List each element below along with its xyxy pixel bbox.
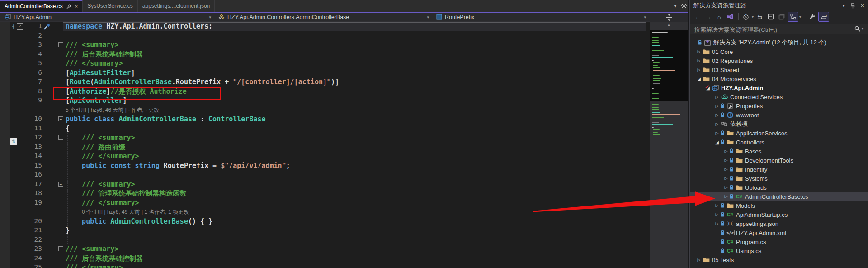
document-list-dropdown-icon[interactable]: ▾ [674,4,676,9]
pin-icon[interactable] [850,3,855,9]
chevron-collapsed-icon[interactable]: ▷ [714,95,720,99]
fold-collapse-icon[interactable]: − [58,246,63,251]
tree-item-01-core[interactable]: ▷01 Core [690,47,868,56]
code-line[interactable]: 4/// 后台系统基础控制器 [0,50,650,59]
code-line[interactable]: 22 [0,235,650,245]
chevron-collapsed-icon[interactable]: ▷ [696,58,702,63]
tree-item-admincontrollerbase-cs[interactable]: ▷C#AdminControllerBase.cs [690,192,868,201]
close-icon[interactable]: × [861,2,864,9]
tree-item-applicationservices[interactable]: ▷ApplicationServices [690,129,868,138]
minimap-viewport[interactable] [650,30,688,100]
tree-item-systems[interactable]: ▷Systems [690,174,868,183]
code-line[interactable]: 17−/// <summary> [0,180,650,189]
code-line[interactable]: 14/// </summary> [0,152,650,161]
chevron-collapsed-icon[interactable]: ▷ [696,67,702,72]
tree-item-05-tests[interactable]: ▷05 Tests [690,255,868,264]
code-line[interactable]: 3−/// <summary> [0,40,650,50]
dropdown-caret-icon[interactable]: ▾ [752,15,754,19]
codelens-row[interactable]: 0 个引用 | hzy6, 49 天前 | 1 名作者, 1 项更改 [0,207,650,217]
tree-item-bases[interactable]: ▷Bases [690,147,868,156]
tree-item-04-microservices[interactable]: ◢04 Microservices [690,74,868,83]
tree-item-wwwroot[interactable]: ▷wwwroot [690,110,868,120]
quick-actions-screwdriver-icon[interactable] [43,23,51,30]
sync-with-active-document-icon[interactable]: ⇆ [755,12,765,21]
code-line[interactable]: 10−public class AdminControllerBase : Co… [0,115,650,124]
tree-item-appsettings-json[interactable]: ▷{}appsettings.json [690,219,868,228]
codelens-row[interactable]: 5 个引用 | hzy6, 46 天前 | - 作者, - 更改 [0,105,650,115]
codelens-text[interactable]: 5 个引用 | hzy6, 46 天前 | - 作者, - 更改 [66,106,160,114]
scroll-up-arrow-icon[interactable]: ▲ [650,23,688,27]
code-line[interactable]: 16 [0,170,650,180]
chevron-collapsed-icon[interactable]: ▷ [714,203,720,208]
search-input[interactable] [693,24,844,34]
search-icon[interactable]: ▾ [854,26,863,32]
tree-item-hzy-api-admin[interactable]: ◢✓HZY.Api.Admin [690,83,868,92]
dropdown-caret-icon[interactable]: ▾ [799,15,801,19]
tree-item-02-repositories[interactable]: ▷02 Repositories [690,56,868,65]
type-dropdown[interactable]: HZY.Api.Admin.Controllers.AdminControlle… [214,13,432,22]
switch-views-icon[interactable] [725,12,735,21]
code-line[interactable]: 20public AdminControllerBase() { } [0,217,650,226]
tree-item--hzy-admin-12-12-[interactable]: 解决方案 'HZY.Admin' (12 个项目, 共 12 个) [690,38,868,47]
fold-collapse-icon[interactable]: − [58,42,63,47]
tree-item--[interactable]: ▷依赖项 [690,120,868,129]
document-tab[interactable]: SysUserService.cs [83,0,138,12]
code-editor[interactable]: 1namespace HZY.Api.Admin.Controllers;23−… [0,22,650,268]
tree-item-connected-services[interactable]: ▷Connected Services [690,92,868,101]
tree-item-apiadminstartup-cs[interactable]: ▷C#ApiAdminStartup.cs [690,210,868,219]
chevron-collapsed-icon[interactable]: ▷ [714,104,720,108]
code-line[interactable]: 18/// 管理系统基础控制器构造函数 [0,189,650,198]
chevron-collapsed-icon[interactable]: ▷ [723,158,729,163]
track-active-item-icon[interactable] [788,12,798,22]
minimap-scrollbar[interactable]: ▲ [650,22,688,268]
line-adornment-icon[interactable]: ⇅ [10,138,17,145]
pending-changes-filter-icon[interactable] [741,12,751,21]
properties-wrench-icon[interactable] [807,12,817,21]
chevron-collapsed-icon[interactable]: ▷ [696,49,702,54]
tree-item-03-shared[interactable]: ▷03 Shared [690,65,868,74]
member-dropdown[interactable]: RoutePrefix ▾ [432,13,650,22]
code-line[interactable]: 7[Route(AdminControllerBase.RoutePrefix … [0,77,650,87]
tree-item-hzy-api-admin-xml[interactable]: </>HZY.Api.Admin.xml [690,228,868,237]
chevron-collapsed-icon[interactable]: ▷ [723,185,729,190]
chevron-collapsed-icon[interactable]: ▷ [723,167,729,172]
code-line[interactable]: 6[ApiResultFilter] [0,68,650,78]
tree-item-models[interactable]: ▷Models [690,201,868,210]
tree-item-developmenttools[interactable]: ▷DevelopmentTools [690,156,868,165]
chevron-collapsed-icon[interactable]: ▷ [723,194,729,199]
tree-item-controllers[interactable]: ◢Controllers [690,138,868,147]
home-icon[interactable]: ⌂ [714,12,724,21]
chevron-collapsed-icon[interactable]: ▷ [714,221,720,226]
chevron-collapsed-icon[interactable]: ▷ [714,131,720,135]
pin-icon[interactable] [66,4,71,9]
forward-icon[interactable]: → [703,12,713,21]
tree-item-uploads[interactable]: ▷Uploads [690,183,868,192]
codelens-text[interactable]: 0 个引用 | hzy6, 49 天前 | 1 名作者, 1 项更改 [82,208,189,216]
chevron-collapsed-icon[interactable]: ▷ [723,149,729,153]
show-all-files-icon[interactable] [818,12,829,22]
editor-split-handle[interactable] [650,13,688,22]
collapse-all-icon[interactable] [766,12,776,21]
fold-collapse-icon[interactable]: − [58,135,63,140]
code-line[interactable]: 25/// </summary> [0,263,650,268]
code-line[interactable]: 21} [0,226,650,235]
tree-item-program-cs[interactable]: C#Program.cs [690,237,868,246]
code-line[interactable]: 13/// 路由前缀 [0,143,650,152]
chevron-collapsed-icon[interactable]: ▷ [714,212,720,217]
back-icon[interactable]: ← [693,12,703,21]
code-line[interactable]: 23−/// <summary> [0,244,650,254]
tree-item-properties[interactable]: ▷Properties [690,101,868,110]
chevron-expanded-icon[interactable]: ◢ [714,140,720,145]
document-tab[interactable]: appsettings....elopment.json [138,0,215,12]
code-line[interactable]: 12−/// <summary> [0,133,650,143]
chevron-collapsed-icon[interactable]: ▷ [696,258,702,262]
close-icon[interactable]: × [75,4,78,9]
code-line[interactable]: 19/// </summary> [0,198,650,208]
code-line[interactable]: 2 [0,31,650,41]
chevron-collapsed-icon[interactable]: ▷ [714,122,720,126]
chevron-collapsed-icon[interactable]: ▷ [723,176,729,181]
code-line[interactable]: 11{ [0,124,650,134]
document-tab[interactable]: AdminControllerBase.cs× [0,0,83,12]
using-directives-adornment[interactable]: {↗ [12,23,23,30]
project-dropdown[interactable]: HZY.Api.Admin ▾ [0,13,214,22]
